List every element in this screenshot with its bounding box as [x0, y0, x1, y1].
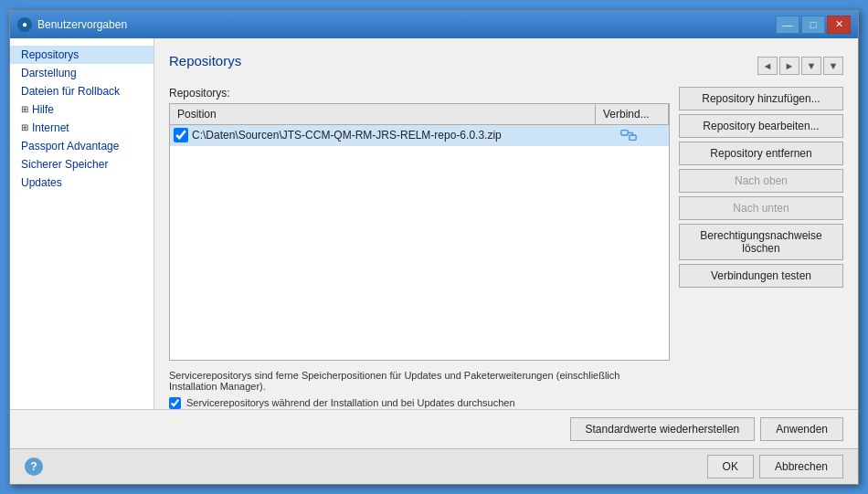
nav-forward-btn[interactable]: ►: [779, 57, 799, 75]
apply-button[interactable]: Anwenden: [760, 417, 843, 441]
sidebar-item-label: Darstellung: [21, 67, 77, 79]
sidebar-item-passport[interactable]: Passport Advantage: [10, 137, 153, 155]
move-down-button[interactable]: Nach unten: [679, 196, 843, 220]
sidebar-item-label: Dateien für Rollback: [21, 85, 120, 98]
edit-repository-button[interactable]: Repository bearbeiten...: [679, 114, 843, 138]
title-bar-left: ● Benutzervorgaben: [17, 17, 127, 32]
footer-checkbox-row: Servicerepositorys während der Installat…: [169, 397, 670, 409]
title-bar: ● Benutzervorgaben — □ ✕: [10, 11, 858, 38]
nav-down-btn[interactable]: ▼: [801, 57, 821, 75]
remove-repository-button[interactable]: Repository entfernen: [679, 142, 843, 165]
app-icon: ●: [17, 17, 32, 32]
close-button[interactable]: ✕: [827, 16, 851, 34]
table-row[interactable]: C:\Daten\Sourcen\JTS-CCM-QM-RM-JRS-RELM-…: [170, 125, 669, 146]
svg-rect-0: [621, 130, 628, 134]
sidebar-item-label: Sicherer Speicher: [21, 158, 108, 171]
test-connections-button[interactable]: Verbindungen testen: [679, 264, 843, 288]
window-title: Benutzervorgaben: [37, 18, 127, 31]
row-status-icon: [592, 128, 665, 142]
sidebar-item-repositorys[interactable]: Repositorys: [10, 46, 153, 64]
footer-checkbox[interactable]: [169, 397, 181, 409]
repo-label: Repositorys:: [169, 87, 670, 100]
nav-back-btn[interactable]: ◄: [757, 57, 778, 75]
main-window: ● Benutzervorgaben — □ ✕ Repositorys Dar…: [9, 10, 859, 485]
help-button[interactable]: ?: [25, 457, 43, 476]
sidebar-item-label: Repositorys: [21, 48, 79, 61]
move-up-button[interactable]: Nach oben: [679, 169, 843, 193]
sidebar-item-label: Internet: [32, 121, 69, 134]
sidebar-item-sicher[interactable]: Sicherer Speicher: [10, 155, 153, 173]
sidebar-item-darstellung[interactable]: Darstellung: [10, 64, 153, 82]
expand-icon-internet: ⊞: [21, 122, 28, 132]
footer-section: Servicerepositorys sind ferne Speicherpo…: [169, 361, 670, 409]
main-panel: Repositorys ◄ ► ▼ ▼ Repositorys: Positio…: [154, 38, 858, 409]
row-checkbox[interactable]: [174, 128, 188, 142]
table-body: C:\Daten\Sourcen\JTS-CCM-QM-RM-JRS-RELM-…: [170, 125, 669, 360]
maximize-button[interactable]: □: [801, 16, 825, 34]
ok-button[interactable]: OK: [707, 455, 754, 478]
sidebar-item-label: Passport Advantage: [21, 140, 119, 152]
table-header: Position Verbind...: [170, 104, 669, 125]
sidebar-item-internet[interactable]: ⊞ Internet: [10, 119, 153, 137]
restore-defaults-button[interactable]: Standardwerte wiederherstellen: [570, 417, 756, 441]
row-path: C:\Daten\Sourcen\JTS-CCM-QM-RM-JRS-RELM-…: [192, 129, 592, 142]
title-bar-controls: — □ ✕: [776, 16, 851, 34]
sidebar-item-updates[interactable]: Updates: [10, 173, 153, 192]
ok-cancel-bar: ? OK Abbrechen: [10, 448, 858, 484]
panel-title: Repositorys: [169, 53, 241, 68]
nav-dropdown-btn[interactable]: ▼: [823, 57, 843, 75]
cancel-button[interactable]: Abbrechen: [759, 455, 843, 478]
repo-table: Position Verbind... C:\Daten\Sourcen\JTS…: [169, 103, 670, 361]
sidebar: Repositorys Darstellung Dateien für Roll…: [10, 38, 154, 409]
sidebar-item-label: Updates: [21, 176, 62, 189]
col-position: Position: [170, 104, 596, 124]
add-repository-button[interactable]: Repository hinzufügen...: [679, 87, 843, 110]
minimize-button[interactable]: —: [776, 16, 799, 34]
clear-credentials-button[interactable]: Berechtigungsnachweise löschen: [679, 224, 843, 260]
expand-icon-hilfe: ⊞: [21, 104, 28, 114]
bottom-buttons: Standardwerte wiederherstellen Anwenden: [10, 409, 858, 448]
footer-checkbox-label: Servicerepositorys während der Installat…: [186, 397, 515, 408]
footer-description: Servicerepositorys sind ferne Speicherpo…: [169, 370, 670, 392]
repo-section: Repositorys: Position Verbind... C:\Date…: [169, 87, 670, 409]
content-area: Repositorys Darstellung Dateien für Roll…: [10, 38, 858, 409]
sidebar-item-hilfe[interactable]: ⊞ Hilfe: [10, 100, 153, 119]
sidebar-item-dateien[interactable]: Dateien für Rollback: [10, 82, 153, 100]
buttons-panel: Repository hinzufügen... Repository bear…: [679, 87, 843, 409]
panel-body: Repositorys: Position Verbind... C:\Date…: [169, 87, 843, 409]
sidebar-item-label: Hilfe: [32, 103, 54, 116]
col-verbind: Verbind...: [596, 104, 669, 124]
top-nav-arrows: ◄ ► ▼ ▼: [757, 57, 843, 75]
